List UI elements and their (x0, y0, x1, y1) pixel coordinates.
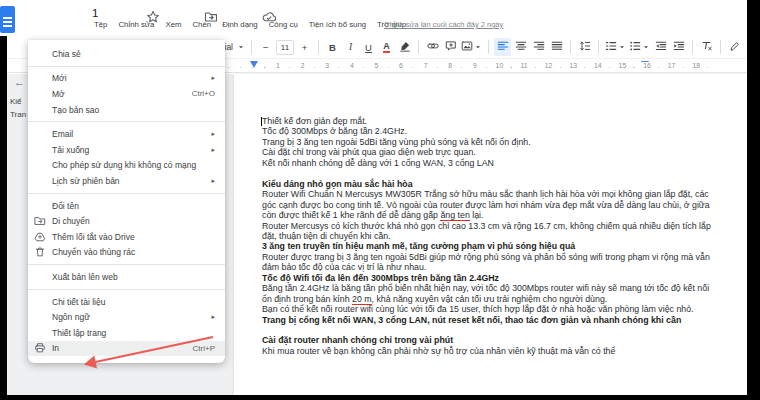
align-center-icon (515, 40, 527, 54)
file-menu-item-document-details[interactable]: Chi tiết tài liệu (28, 294, 225, 310)
printer-icon (34, 342, 46, 354)
document-paragraph: 3 ăng ten truyền tín hiệu mạnh mẽ, tăng … (262, 241, 719, 251)
file-menu-item-label: Di chuyển (52, 216, 90, 226)
file-menu-item-email[interactable]: Email▸ (28, 126, 225, 142)
file-menu-item-rename[interactable]: Đổi tên (28, 198, 225, 214)
increase-font-size-button[interactable]: + (296, 38, 313, 56)
align-right-button[interactable] (530, 38, 547, 56)
increase-indent-button[interactable] (670, 38, 687, 56)
last-edited-link[interactable]: Chỉnh sửa lần cuối cách đây 2 ngày (384, 20, 503, 29)
ruler-number: 7 (422, 62, 430, 69)
editing-mode-button[interactable] (726, 38, 743, 56)
highlight-color-icon (399, 40, 411, 54)
document-paragraph: Cài đặt router nhanh chóng chỉ trong vài… (262, 335, 719, 345)
file-menu-dropdown: Chia sẻMới▸MởCtrl+OTạo bản saoEmail▸Tải … (28, 40, 225, 363)
font-size-value[interactable]: 11 (276, 40, 294, 55)
ruler-number: 15 (617, 62, 629, 69)
outline-item[interactable]: Kiể (10, 97, 29, 106)
underline-button[interactable]: U (360, 38, 377, 56)
ruler-number: 18 (690, 62, 702, 69)
menubar-item-edit[interactable]: Chỉnh sửa (117, 19, 155, 30)
file-menu-item-page-setup[interactable]: Thiết lập trang (28, 325, 225, 341)
text-cursor (261, 117, 262, 126)
chevron-down-icon (618, 43, 626, 51)
insert-link-button[interactable] (424, 38, 441, 56)
submenu-arrow-icon: ▸ (211, 177, 215, 185)
ruler-number: 17 (666, 62, 678, 69)
outline-close-icon[interactable]: ← (14, 76, 25, 88)
document-paragraph: Cài đặt chỉ trong vài phút qua giao diện… (262, 147, 719, 157)
increase-indent-icon (673, 40, 685, 54)
menubar: TệpChỉnh sửaXemChènĐịnh dạngCông cụTiện … (93, 19, 407, 30)
menubar-item-view[interactable]: Xem (164, 19, 182, 30)
submenu-arrow-icon: ▸ (211, 313, 215, 321)
insert-comment-button[interactable] (442, 38, 459, 56)
file-menu-item-print[interactable]: InCtrl+P (28, 341, 225, 357)
file-menu-item-share[interactable]: Chia sẻ (28, 46, 225, 62)
italic-button[interactable]: I (342, 38, 359, 56)
spellcheck-underline: ăng ten (440, 210, 469, 221)
insert-image-icon (461, 40, 473, 54)
screenshot-border (0, 36, 7, 400)
bold-button[interactable]: B (324, 38, 341, 56)
menubar-item-insert[interactable]: Chèn (191, 19, 212, 30)
file-menu-item-new[interactable]: Mới▸ (28, 71, 225, 87)
numbered-list-icon (605, 40, 617, 54)
ruler-number: 3 (323, 62, 331, 69)
file-menu-item-open[interactable]: MởCtrl+O (28, 86, 225, 102)
file-menu-item-move[interactable]: Di chuyển (28, 213, 225, 229)
trash-icon (34, 246, 46, 258)
file-menu-item-version-history[interactable]: Lịch sử phiên bản▸ (28, 173, 225, 189)
toolbar-divider (570, 40, 571, 54)
ruler-number: 9 (471, 62, 479, 69)
document-paragraph: Bạn có thể kết nối router wifi cùng lúc … (262, 304, 719, 314)
document-title[interactable]: 1 (92, 7, 98, 19)
file-menu-section: Chia sẻ (28, 45, 225, 63)
file-menu-item-make-a-copy[interactable]: Tạo bản sao (28, 102, 225, 118)
file-menu-section: Xuất bản lên web (28, 264, 225, 286)
highlight-color-button[interactable] (396, 38, 413, 56)
text-color-button[interactable]: A (378, 38, 395, 56)
file-menu-item-language[interactable]: Ngôn ngữ▸ (28, 309, 225, 325)
align-left-button[interactable] (494, 38, 511, 56)
file-menu-item-add-shortcut-drive[interactable]: Thêm lối tắt vào Drive (28, 229, 225, 245)
document-paragraph: Trang bị cổng kết nối WAN, 3 cổng LAN, n… (262, 315, 719, 325)
file-menu-item-label: Đổi tên (52, 201, 79, 211)
menubar-item-format[interactable]: Định dạng (221, 19, 259, 30)
decrease-font-size-button[interactable]: − (257, 38, 274, 56)
outline-item[interactable]: Tran (10, 110, 29, 119)
file-menu-item-label: Chuyển vào thùng rác (52, 247, 135, 257)
menubar-item-add-ons[interactable]: Tiện ích bổ sung (308, 19, 367, 30)
menubar-item-file[interactable]: Tệp (93, 19, 108, 30)
align-center-button[interactable] (512, 38, 529, 56)
insert-link-icon (427, 40, 439, 54)
file-menu-item-publish-to-web[interactable]: Xuất bản lên web (28, 269, 225, 285)
document-paragraph: Kiểu dáng nhỏ gọn màu sắc hài hòa (262, 179, 719, 189)
spellcheck-underline: 20 m (352, 294, 372, 305)
document-paragraph: Khi mua router về bạn không cần phải nhờ… (262, 346, 719, 356)
align-justify-button[interactable] (548, 38, 565, 56)
file-menu-item-download[interactable]: Tải xuống▸ (28, 142, 225, 158)
google-docs-window: 1 TệpChỉnh sửaXemChènĐịnh dạngCông cụTiệ… (0, 0, 760, 400)
file-menu-section: Email▸Tải xuống▸Cho phép sử dụng khi khô… (28, 121, 225, 189)
document-paragraph: Router được trang bị 3 ăng ten ngoài 5dB… (262, 252, 719, 273)
screenshot-border (747, 0, 760, 400)
toolbar-divider (488, 40, 489, 54)
line-spacing-button[interactable] (576, 38, 593, 56)
decrease-indent-button[interactable] (652, 38, 669, 56)
file-menu-item-offline[interactable]: Cho phép sử dụng khi không có mạng (28, 158, 225, 174)
menubar-item-tools[interactable]: Công cụ (268, 19, 299, 30)
left-indent-marker[interactable] (250, 61, 258, 68)
numbered-list-button[interactable] (604, 38, 627, 56)
bulleted-list-icon (629, 40, 641, 54)
bulleted-list-button[interactable] (628, 38, 651, 56)
clear-formatting-button[interactable] (698, 38, 715, 56)
google-docs-logo-icon[interactable] (0, 6, 15, 33)
file-menu-item-label: Mới (52, 73, 67, 83)
submenu-arrow-icon: ▸ (211, 146, 215, 154)
toolbar-divider (418, 40, 419, 54)
shortcut-label: Ctrl+P (193, 344, 215, 353)
file-menu-item-move-to-trash[interactable]: Chuyển vào thùng rác (28, 245, 225, 261)
insert-image-button[interactable] (460, 38, 483, 56)
file-menu-item-label: Cho phép sử dụng khi không có mạng (52, 160, 196, 170)
